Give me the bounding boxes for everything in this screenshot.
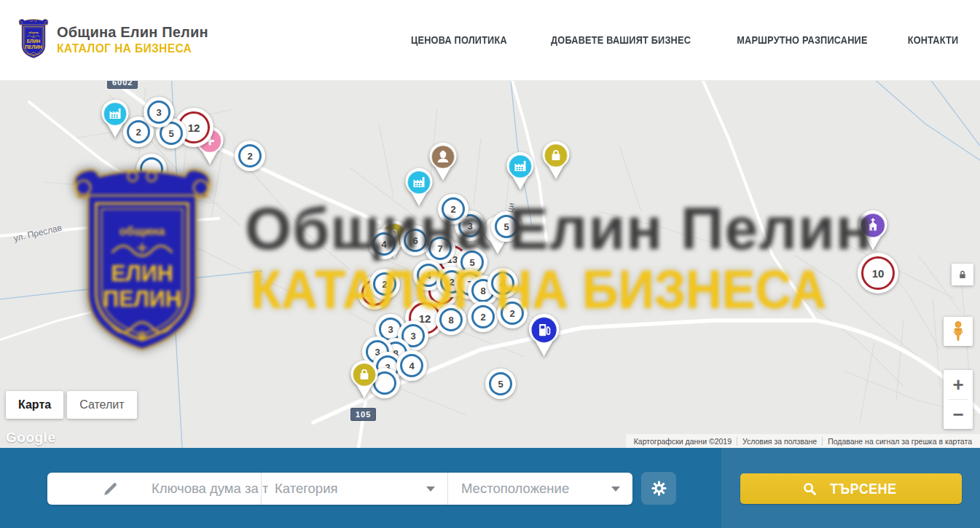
map-type-control: Карта Сателит (6, 391, 137, 419)
cluster-marker[interactable]: 4 (369, 229, 399, 259)
brand-logo[interactable]: Община Елин Пелин КАТАЛОГ НА БИЗНЕСА (16, 16, 208, 63)
chevron-down-icon (426, 486, 435, 492)
location-dropdown[interactable]: Местоположение (447, 473, 632, 505)
cluster-marker[interactable]: 4 (396, 350, 427, 381)
category-dropdown-label: Категория (275, 481, 337, 497)
cluster-count: 2 (136, 127, 141, 138)
cluster-marker[interactable]: 6 (400, 225, 431, 256)
zoom-out-button[interactable]: − (944, 400, 973, 429)
site-header: Община Елин Пелин КАТАЛОГ НА БИЗНЕСА ЦЕН… (0, 0, 980, 81)
category-dropdown[interactable]: Категория (261, 473, 447, 505)
search-fields: Категория Местоположение (47, 473, 632, 505)
gear-icon (651, 480, 667, 497)
main-nav: ЦЕНОВА ПОЛИТИКА ДОБАВЕТЕ ВАШИЯТ БИЗНЕС М… (404, 0, 962, 80)
cluster-marker[interactable]: 2 (438, 194, 469, 224)
zoom-control: + − (944, 370, 973, 429)
cluster-count: 3 (410, 331, 415, 342)
satellite-view-button[interactable]: Сателит (67, 391, 136, 419)
cluster-count: 2 (247, 151, 252, 162)
cluster-count: 4 (500, 278, 505, 289)
pencil-icon (101, 480, 119, 498)
brand-subtitle: КАТАЛОГ НА БИЗНЕСА (57, 42, 204, 55)
marker-layer: 12253 2 137645352427 (0, 80, 980, 448)
search-settings-button[interactable] (641, 472, 676, 505)
search-bar: ТЪРСЕНЕ Категория Местоположение (0, 448, 980, 528)
pin-marker-factory-icon[interactable] (403, 167, 435, 208)
nav-item-contacts[interactable]: КОНТАКТИ (908, 34, 959, 46)
search-bar-right-panel: ТЪРСЕНЕ (721, 448, 980, 528)
cluster-count: 2 (382, 279, 387, 290)
pin-marker-church-icon[interactable] (856, 209, 890, 252)
keyword-field (47, 473, 261, 505)
search-button-label: ТЪРСЕНЕ (830, 481, 896, 497)
brand-text: Община Елин Пелин КАТАЛОГ НА БИЗНЕСА (57, 24, 208, 55)
cluster-marker[interactable]: 2 (468, 302, 498, 332)
cluster-count: 5 (498, 379, 503, 390)
lock-icon (955, 267, 970, 282)
page: Община Елин Пелин КАТАЛОГ НА БИЗНЕСА ЦЕН… (0, 0, 980, 528)
cluster-count: 5 (469, 257, 474, 268)
attribution-report-error-link[interactable]: Подаване на сигнал за грешка в картата (822, 437, 977, 446)
pin-marker-shopping-bag-icon[interactable] (540, 140, 572, 181)
cluster-count: 4 (409, 360, 414, 371)
cluster-count: 10 (872, 267, 885, 280)
cluster-count: 12 (188, 122, 200, 134)
nav-item-pricing[interactable]: ЦЕНОВА ПОЛИТИКА (411, 34, 507, 46)
location-dropdown-label: Местоположение (461, 481, 569, 497)
cluster-count: 3 (467, 221, 472, 232)
cluster-count: 7 (437, 243, 442, 254)
cluster-count: 2 (480, 312, 485, 323)
search-button[interactable]: ТЪРСЕНЕ (740, 473, 962, 504)
google-logo[interactable]: Google (6, 430, 55, 446)
cluster-count: 8 (480, 285, 485, 296)
cluster-count: 4 (426, 270, 431, 281)
cluster-marker[interactable] (136, 154, 167, 184)
attribution-copyright: Картографски данни ©2019 (629, 437, 737, 446)
pin-marker-factory-icon[interactable] (504, 151, 536, 192)
nav-item-route-schedule[interactable]: МАРШРУТНО РАЗПИСАНИЕ (737, 34, 867, 46)
cluster-count: 2 (450, 204, 455, 215)
cluster-marker[interactable]: 5 (491, 211, 522, 242)
cluster-marker[interactable]: 8 (436, 304, 466, 335)
pin-marker-shopping-bag-icon[interactable] (348, 359, 380, 400)
cluster-marker[interactable]: 5 (485, 369, 516, 399)
map-attribution: Картографски данни ©2019 Условия за полз… (626, 434, 980, 448)
cluster-marker[interactable]: 10 (858, 253, 898, 293)
chevron-down-icon (611, 486, 620, 492)
attribution-terms-link[interactable]: Условия за ползване (737, 437, 822, 446)
search-icon (801, 481, 818, 497)
cluster-count: 3 (388, 324, 393, 335)
map-view-button[interactable]: Карта (6, 391, 63, 419)
street-view-pegman[interactable] (944, 317, 973, 346)
brand-title: Община Елин Пелин (57, 24, 208, 41)
cluster-marker[interactable]: 3 (144, 97, 174, 127)
pin-marker-fuel-pump-icon[interactable] (526, 312, 562, 358)
cluster-count: 5 (503, 221, 509, 232)
cluster-count: 2 (509, 308, 514, 319)
cluster-marker[interactable]: 2 (369, 269, 400, 299)
pegman-icon (949, 320, 967, 342)
cluster-count: 6 (412, 235, 418, 246)
cluster-marker[interactable]: 2 (497, 298, 528, 328)
cluster-marker[interactable]: 2 (235, 141, 265, 171)
cluster-marker[interactable]: 4 (487, 268, 518, 299)
municipality-crest-icon (16, 16, 51, 63)
lock-control[interactable] (952, 264, 973, 285)
cluster-count: 2 (449, 277, 454, 288)
nav-item-add-business[interactable]: ДОБАВЕТЕ ВАШИЯТ БИЗНЕС (551, 34, 691, 46)
map-canvas[interactable]: ул. Преслав бул. „Новосел ци 6002 105 12… (0, 80, 980, 448)
pin-marker-factory-icon[interactable] (99, 98, 131, 139)
zoom-in-button[interactable]: + (944, 370, 973, 399)
cluster-count: 8 (448, 315, 453, 326)
keyword-input[interactable] (150, 480, 270, 497)
cluster-count: 4 (381, 239, 386, 250)
cluster-count: 5 (168, 128, 173, 139)
cluster-count: 3 (156, 107, 161, 118)
